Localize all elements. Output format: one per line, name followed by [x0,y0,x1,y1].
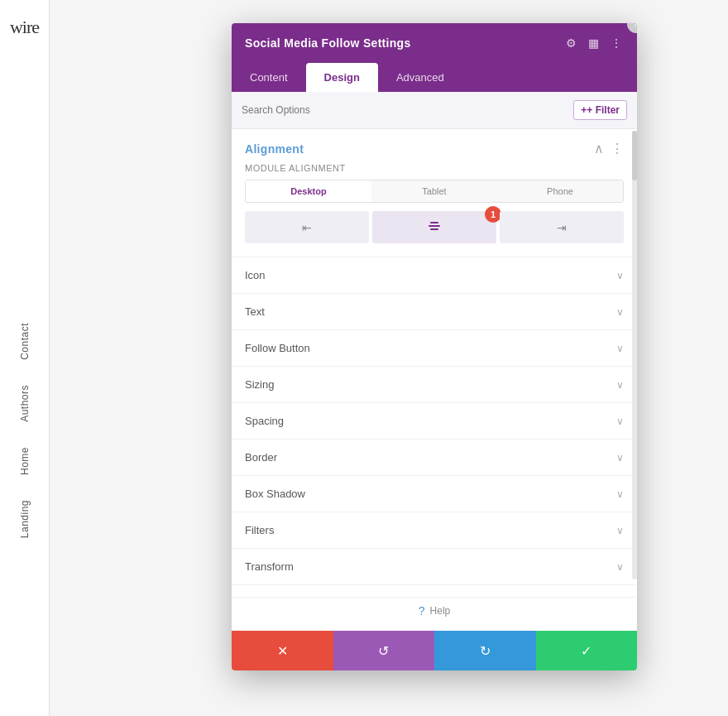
section-box-shadow[interactable]: Box Shadow ∨ [232,475,637,512]
device-tab-tablet[interactable]: Tablet [371,180,497,202]
chevron-down-icon: ∨ [616,488,624,500]
scrollbar-thumb[interactable] [632,131,637,180]
section-transform[interactable]: Transform ∨ [232,548,637,584]
chevron-down-icon: ∨ [616,416,624,427]
section-border[interactable]: Border ∨ [232,439,637,475]
modal-body: Alignment ∧ ⋮ Module Alignment Desktop T… [232,129,637,670]
cancel-button[interactable]: ✕ [232,631,333,670]
columns-icon[interactable]: ▦ [587,35,601,51]
section-transform-label: Transform [245,560,294,573]
collapse-icon[interactable]: ∧ [594,141,604,156]
badge-number: 1 [485,206,501,223]
device-tabs: Desktop Tablet Phone [245,180,624,203]
alignment-buttons: ⇤ 1 [245,211,624,243]
section-box-shadow-label: Box Shadow [245,488,305,500]
modal-header-icons: ⚙ ▦ ⋮ [564,35,624,51]
align-left-icon: ⇤ [302,221,312,234]
chevron-down-icon: ∨ [616,270,624,281]
footer-help: ? Help [232,597,637,624]
section-text-label: Text [245,305,265,318]
nav-items: Contact Authors Home Landing [0,310,49,550]
section-text[interactable]: Text ∨ [232,293,637,329]
help-icon: ? [419,604,425,617]
section-filters-label: Filters [245,524,274,536]
reset-button[interactable]: ↺ [333,631,435,670]
redo-button[interactable]: ↻ [434,631,536,670]
search-bar: + + Filter [232,92,637,129]
chevron-down-icon: ∨ [616,343,624,354]
alignment-section: Alignment ∧ ⋮ Module Alignment Desktop T… [232,129,637,243]
section-sizing[interactable]: Sizing ∨ [232,366,637,402]
scrollbar-track [632,131,637,579]
section-spacing[interactable]: Spacing ∨ [232,402,637,439]
chevron-down-icon: ∨ [616,452,624,464]
filter-button[interactable]: + + Filter [573,100,627,120]
align-right-icon: ⇥ [557,221,567,234]
save-button[interactable]: ✓ [536,631,638,670]
section-border-label: Border [245,451,277,464]
section-spacing-label: Spacing [245,415,284,427]
left-sidebar: wire Contact Authors Home Landing [0,0,50,716]
modal-footer: ✕ ↺ ↻ ✓ [232,631,637,670]
svg-rect-1 [429,225,440,227]
logo: wire [10,17,39,38]
modal-header: Social Media Follow Settings ⚙ ▦ ⋮ [232,23,637,63]
align-center-button[interactable]: 1 [372,211,496,243]
tab-advanced[interactable]: Advanced [378,63,462,92]
tab-content[interactable]: Content [232,63,306,92]
tab-design[interactable]: Design [306,63,378,92]
main-content: ✕ Social Media Follow Settings ⚙ ▦ ⋮ Con… [50,0,728,716]
search-input[interactable] [242,104,567,116]
chevron-down-icon: ∨ [616,561,624,573]
module-alignment-label: Module Alignment [232,163,637,180]
sidebar-item-home[interactable]: Home [12,435,37,488]
settings-icon[interactable]: ⚙ [564,35,578,51]
section-filters[interactable]: Filters ∨ [232,512,637,548]
section-icon-label: Icon [245,269,266,281]
chevron-down-icon: ∨ [616,525,624,536]
modal-title: Social Media Follow Settings [245,36,411,50]
settings-modal: ✕ Social Media Follow Settings ⚙ ▦ ⋮ Con… [232,23,637,670]
filter-plus-icon: + [581,104,587,116]
section-controls: ∧ ⋮ [594,141,624,156]
device-tab-desktop[interactable]: Desktop [246,180,371,202]
svg-rect-2 [430,228,438,230]
align-center-icon [428,219,441,235]
alignment-section-title: Alignment [245,142,304,156]
sidebar-item-authors[interactable]: Authors [12,372,37,435]
section-follow-button-label: Follow Button [245,342,310,354]
section-sizing-label: Sizing [245,378,274,391]
align-left-button[interactable]: ⇤ [245,211,369,243]
section-icon[interactable]: Icon ∨ [232,257,637,293]
section-header-alignment: Alignment ∧ ⋮ [232,129,637,163]
device-tab-phone[interactable]: Phone [497,180,623,202]
section-more-icon[interactable]: ⋮ [611,141,624,156]
svg-rect-0 [430,222,438,223]
sidebar-item-contact[interactable]: Contact [12,310,37,372]
align-right-button[interactable]: ⇥ [500,211,624,243]
section-follow-button[interactable]: Follow Button ∨ [232,329,637,366]
help-label: Help [430,605,451,617]
chevron-down-icon: ∨ [616,306,624,318]
modal-tabs: Content Design Advanced [232,63,637,92]
sidebar-item-landing[interactable]: Landing [12,488,37,550]
chevron-down-icon: ∨ [616,379,624,391]
more-options-icon[interactable]: ⋮ [609,35,624,51]
